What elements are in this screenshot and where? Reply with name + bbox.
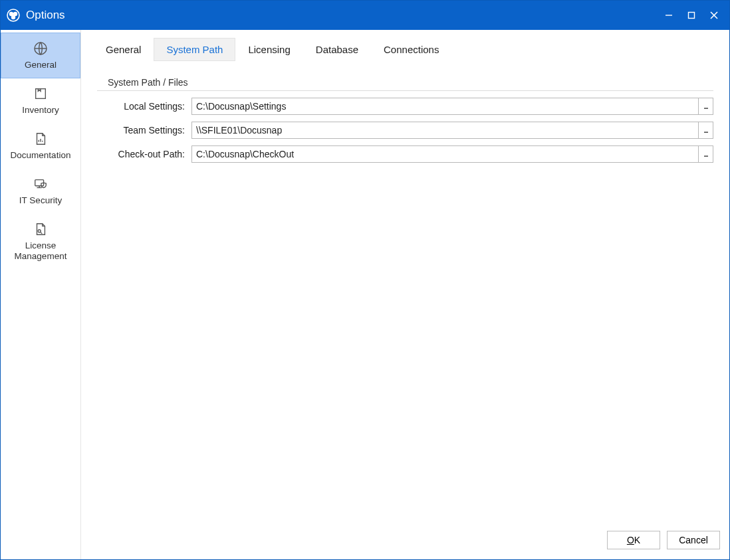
tab-database[interactable]: Database bbox=[303, 38, 371, 61]
sidebar-item-label: Inventory bbox=[22, 105, 59, 116]
label-team-settings: Team Settings: bbox=[105, 125, 191, 136]
sidebar-item-documentation[interactable]: Documentation bbox=[1, 124, 80, 169]
label-local-settings: Local Settings: bbox=[105, 101, 191, 112]
sidebar-item-label: General bbox=[25, 60, 57, 71]
maximize-button[interactable] bbox=[680, 5, 703, 25]
cancel-button[interactable]: Cancel bbox=[667, 531, 720, 549]
window-controls bbox=[658, 5, 725, 25]
tabs: General System Path Licensing Database C… bbox=[81, 30, 729, 61]
browse-local-settings[interactable]: ... bbox=[699, 98, 713, 115]
tab-licensing[interactable]: Licensing bbox=[235, 38, 303, 61]
sidebar-item-it-security[interactable]: IT Security bbox=[1, 169, 80, 214]
sidebar-item-label: License Management bbox=[15, 240, 67, 263]
input-checkout-path[interactable] bbox=[191, 145, 699, 163]
inventory-icon bbox=[32, 85, 49, 102]
close-button[interactable] bbox=[703, 5, 725, 25]
app-icon bbox=[6, 8, 21, 23]
document-chart-icon bbox=[32, 130, 49, 147]
group-title: System Path / Files bbox=[97, 73, 713, 91]
input-team-settings[interactable] bbox=[191, 122, 699, 139]
row-local-settings: Local Settings: ... bbox=[97, 98, 713, 115]
row-team-settings: Team Settings: ... bbox=[97, 122, 713, 139]
sidebar-item-inventory[interactable]: Inventory bbox=[1, 78, 80, 124]
titlebar: Options bbox=[1, 1, 729, 30]
sidebar-item-label: Documentation bbox=[11, 150, 71, 161]
globe-icon bbox=[32, 40, 49, 57]
tab-general[interactable]: General bbox=[93, 38, 154, 61]
window-title: Options bbox=[26, 9, 658, 22]
shield-icon bbox=[32, 175, 49, 193]
content: General System Path Licensing Database C… bbox=[81, 30, 729, 559]
panel-system-path: System Path / Files Local Settings: ... … bbox=[81, 61, 729, 521]
svg-point-3 bbox=[11, 15, 15, 19]
sidebar: General Inventory Documentation IT Secur… bbox=[1, 30, 81, 559]
body: General Inventory Documentation IT Secur… bbox=[1, 30, 729, 559]
svg-rect-5 bbox=[689, 13, 695, 19]
browse-checkout-path[interactable]: ... bbox=[699, 145, 713, 163]
tab-connections[interactable]: Connections bbox=[371, 38, 451, 61]
browse-team-settings[interactable]: ... bbox=[699, 122, 713, 139]
options-window: Options General bbox=[0, 0, 730, 560]
label-checkout-path: Check-out Path: bbox=[105, 149, 191, 159]
license-icon bbox=[32, 221, 49, 238]
sidebar-item-general[interactable]: General bbox=[1, 33, 80, 78]
sidebar-item-label: IT Security bbox=[19, 195, 62, 207]
minimize-button[interactable] bbox=[658, 5, 680, 25]
input-local-settings[interactable] bbox=[191, 98, 699, 115]
row-checkout-path: Check-out Path: ... bbox=[97, 145, 713, 163]
sidebar-item-license-management[interactable]: License Management bbox=[1, 214, 80, 270]
tab-system-path[interactable]: System Path bbox=[154, 38, 235, 61]
ok-button[interactable]: OK bbox=[607, 531, 660, 549]
footer: OK Cancel bbox=[81, 521, 729, 559]
